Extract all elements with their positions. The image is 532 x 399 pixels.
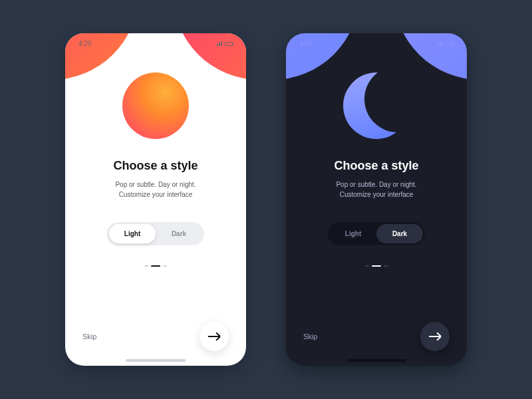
battery-icon — [446, 42, 454, 46]
onboarding-screen-light: 4:20 Choose a style Pop or subtle. Day o… — [65, 33, 246, 366]
next-button[interactable] — [200, 322, 229, 351]
page-subtitle: Pop or subtle. Day or night. Customize y… — [336, 180, 416, 200]
home-indicator — [126, 359, 186, 362]
theme-option-dark[interactable]: Dark — [376, 224, 423, 243]
status-bar: 4:20 — [286, 33, 467, 47]
page-title: Choose a style — [334, 159, 418, 173]
arrow-right-icon — [208, 336, 220, 337]
next-button[interactable] — [420, 322, 450, 351]
status-icons — [438, 41, 454, 46]
theme-toggle: Light Dark — [328, 222, 425, 245]
onboarding-screen-dark: 4:20 Choose a style Pop or subtle. Day o… — [286, 33, 467, 366]
arrow-right-icon — [429, 336, 441, 337]
status-icons — [217, 41, 233, 46]
status-time: 4:20 — [299, 40, 312, 47]
status-time: 4:20 — [78, 40, 91, 47]
skip-button[interactable]: Skip — [82, 332, 96, 340]
onboarding-footer: Skip — [65, 322, 246, 351]
signal-icon — [217, 41, 222, 46]
theme-toggle: Light Dark — [107, 222, 204, 245]
theme-option-light[interactable]: Light — [330, 224, 376, 243]
battery-icon — [225, 42, 233, 46]
signal-icon — [438, 41, 443, 46]
page-subtitle: Pop or subtle. Day or night. Customize y… — [115, 180, 196, 200]
theme-option-light[interactable]: Light — [109, 224, 156, 243]
onboarding-content: Choose a style Pop or subtle. Day or nig… — [65, 47, 246, 267]
page-title: Choose a style — [113, 159, 198, 173]
page-indicator — [365, 265, 388, 267]
home-indicator — [346, 359, 406, 362]
onboarding-footer: Skip — [286, 322, 467, 351]
moon-icon — [343, 72, 410, 139]
onboarding-content: Choose a style Pop or subtle. Day or nig… — [286, 47, 467, 267]
skip-button[interactable]: Skip — [303, 332, 317, 340]
sun-icon — [122, 72, 189, 139]
theme-option-dark[interactable]: Dark — [156, 224, 202, 243]
page-indicator — [144, 265, 167, 267]
status-bar: 4:20 — [65, 33, 246, 47]
